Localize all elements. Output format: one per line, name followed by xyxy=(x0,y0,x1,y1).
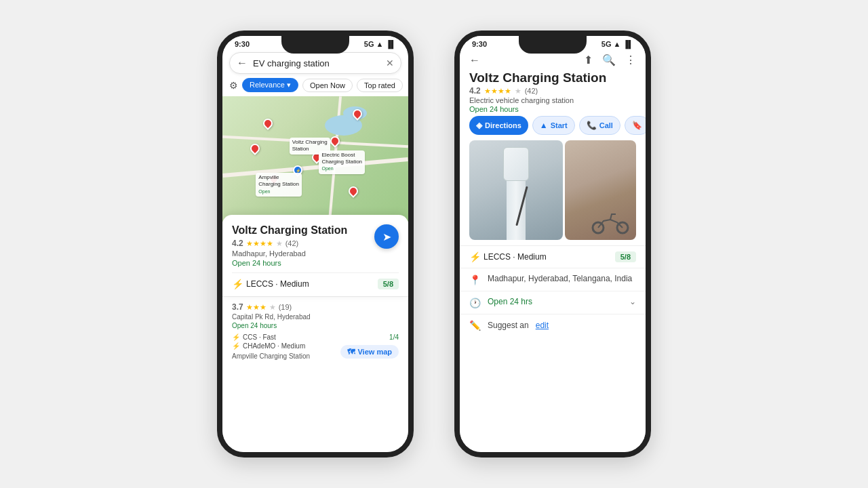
save-icon: 🔖 xyxy=(632,121,642,130)
view-map-btn[interactable]: 🗺 View map xyxy=(340,345,399,359)
p2-rating-num: 4.2 xyxy=(469,86,481,96)
suggest-edit-row: ✏️ Suggest an edit xyxy=(460,314,646,336)
map-pin-2[interactable] xyxy=(353,109,366,123)
rating-row-2: 4.2 ★★★★★ (42) xyxy=(460,85,646,96)
charger-strip-2: ⚡ LECCS · Medium 5/8 xyxy=(460,245,646,268)
p2-open: Open 24 hours xyxy=(460,104,646,116)
map-pin-1[interactable] xyxy=(263,119,277,132)
start-btn[interactable]: ▲ Start xyxy=(532,116,575,135)
rating-count-1: (42) xyxy=(285,239,299,247)
photo-main-2 xyxy=(469,140,563,240)
directions-icon: ◈ xyxy=(476,121,482,130)
chip-open-now[interactable]: Open Now xyxy=(302,79,353,92)
start-icon: ▲ xyxy=(540,121,548,130)
card-charger-row-1: ⚡ LECCS · Medium 5/8 xyxy=(232,272,399,289)
directions-label: Directions xyxy=(485,121,521,129)
status-icons-1: 5G ▲ ▐▌ xyxy=(364,40,396,48)
start-label: Start xyxy=(551,121,568,129)
time-2: 9:30 xyxy=(472,40,487,48)
availability-badge-2: 5/8 xyxy=(615,251,636,262)
call-icon: 📞 xyxy=(587,121,597,130)
second-stars: ★★★ xyxy=(246,303,267,312)
motorcycle-icon xyxy=(590,207,631,235)
availability-badge-1: 5/8 xyxy=(378,279,399,289)
edit-icon-2: ✏️ xyxy=(469,320,481,331)
charger-drawing xyxy=(469,140,563,240)
suggest-edit-link[interactable]: edit xyxy=(536,321,549,330)
p2-rating-count: (42) xyxy=(525,87,538,95)
phone-notch-1 xyxy=(281,36,349,54)
call-label: Call xyxy=(599,121,613,129)
map-bg-1: Voltz ChargingStation Electric BoostChar… xyxy=(222,96,408,222)
phone-2-screen: 9:30 5G ▲ ▐▌ ← ⬆ 🔍 ⋮ Voltz Charging Stat… xyxy=(460,36,646,452)
address-text-2: Madhapur, Hyderabad, Telangana, India xyxy=(488,274,632,283)
battery-icon-2: ▐▌ xyxy=(623,40,633,48)
map-area-1[interactable]: Voltz ChargingStation Electric BoostChar… xyxy=(222,96,408,222)
map-pin-3[interactable] xyxy=(330,136,344,150)
map-pin-5[interactable] xyxy=(250,144,264,157)
map-icon: 🗺 xyxy=(347,348,355,356)
view-map-label: View map xyxy=(357,348,392,356)
phone-1-screen: 9:30 5G ▲ ▐▌ ← EV charging station ✕ ⚙ R… xyxy=(222,36,408,452)
charger-info-1: ⚡ LECCS · Medium xyxy=(232,279,309,289)
time-1: 9:30 xyxy=(235,40,250,48)
close-icon-1[interactable]: ✕ xyxy=(386,58,394,68)
hours-text-2: Open 24 hrs xyxy=(488,297,532,306)
charger-head xyxy=(503,147,529,181)
action-buttons-2: ◈ Directions ▲ Start 📞 Call 🔖 xyxy=(460,116,646,140)
second-stars-half: ★ xyxy=(269,303,276,312)
back-arrow-1[interactable]: ← xyxy=(237,57,248,69)
share-icon-2[interactable]: ⬆ xyxy=(584,54,593,66)
second-card-open: Open 24 hours xyxy=(232,322,399,329)
second-card-address: Capital Pk Rd, Hyderabad xyxy=(232,313,399,321)
phone-1: 9:30 5G ▲ ▐▌ ← EV charging station ✕ ⚙ R… xyxy=(217,30,414,458)
second-card-1: 3.7 ★★★★ (19) Capital Pk Rd, Hyderabad O… xyxy=(222,296,408,365)
info-row-hours[interactable]: 🕐 Open 24 hrs ⌄ xyxy=(460,291,646,314)
map-pin-7[interactable] xyxy=(349,186,362,200)
card-open-1: Open 24 hours xyxy=(232,259,399,267)
call-btn[interactable]: 📞 Call xyxy=(579,116,620,135)
charger-type-1: LECCS · Medium xyxy=(246,279,309,289)
rating-num-1: 4.2 xyxy=(232,239,243,248)
phone-notch-2 xyxy=(519,36,587,54)
location-pin-icon-2: 📍 xyxy=(469,274,481,285)
stars-half-1: ★ xyxy=(276,239,283,248)
more-icon-2[interactable]: ⋮ xyxy=(625,54,636,66)
nav-button-1[interactable]: ➤ xyxy=(374,224,399,249)
map-label-ampville: AmpvilleCharging StationOpen xyxy=(256,173,302,197)
save-btn[interactable]: 🔖 xyxy=(625,116,646,135)
bottom-card-1: Voltz Charging Station 4.2 ★★★★★ (42) Ma… xyxy=(222,215,408,296)
filter-row-1: ⚙ Relevance ▾ Open Now Top rated xyxy=(222,78,408,96)
second-rating-count: (19) xyxy=(279,303,292,311)
chip-relevance[interactable]: Relevance ▾ xyxy=(242,78,298,92)
wifi-icon-2: ▲ xyxy=(614,40,621,48)
phone-2: 9:30 5G ▲ ▐▌ ← ⬆ 🔍 ⋮ Voltz Charging Stat… xyxy=(454,30,651,458)
chip-top-rated[interactable]: Top rated xyxy=(357,79,403,92)
back-button-2[interactable]: ← xyxy=(469,54,480,66)
search-icon-2[interactable]: 🔍 xyxy=(602,54,616,66)
directions-btn[interactable]: ◈ Directions xyxy=(469,116,528,135)
search-bar-1[interactable]: ← EV charging station ✕ xyxy=(229,52,401,74)
wifi-icon-1: ▲ xyxy=(376,40,384,48)
status-icons-2: 5G ▲ ▐▌ xyxy=(601,40,633,48)
bolt-icon-1: ⚡ xyxy=(232,279,243,289)
bolt-chademo: ⚡ xyxy=(232,342,240,350)
info-row-address: 📍 Madhapur, Hyderabad, Telangana, India xyxy=(460,268,646,291)
second-rating-num: 3.7 xyxy=(232,302,243,312)
p2-stars: ★★★★ xyxy=(484,87,511,96)
card-address-1: Madhapur, Hyderabad xyxy=(232,249,399,258)
charger-info-2: ⚡ LECCS · Medium xyxy=(469,251,547,262)
photo-strip-2 xyxy=(460,140,646,245)
signal-2: 5G xyxy=(601,40,612,48)
chevron-icon-2: ⌄ xyxy=(629,297,636,306)
filter-icon-1[interactable]: ⚙ xyxy=(229,80,238,91)
photo-secondary-2 xyxy=(565,140,636,240)
card-rating-1: 4.2 ★★★★★ (42) xyxy=(232,239,399,248)
place-title-2: Voltz Charging Station xyxy=(460,69,646,85)
search-text-1: EV charging station xyxy=(253,58,386,68)
clock-icon-2: 🕐 xyxy=(469,298,481,308)
suggest-text-2: Suggest an xyxy=(488,321,529,330)
bolt-icon-2: ⚡ xyxy=(469,251,481,262)
toolbar-actions-2: ⬆ 🔍 ⋮ xyxy=(584,54,636,66)
stars-1: ★★★★ xyxy=(246,239,273,248)
